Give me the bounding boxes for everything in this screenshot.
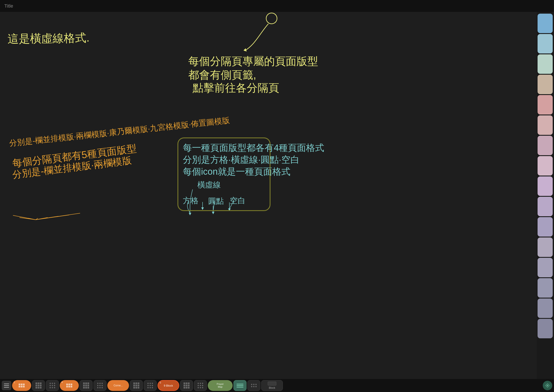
- sidebar-tab-2[interactable]: [538, 34, 553, 53]
- canvas-area: 這是橫虛線格式. 每個分隔頁專屬的頁面版型 都會有側頁籤, 點擊前往各分隔頁 分…: [0, 12, 537, 379]
- page-tab-3[interactable]: [46, 380, 59, 391]
- hw-text-1: 這是橫虛線格式.: [7, 30, 90, 47]
- hw-text-8: 每一種頁面版型都各有4種頁面格式: [183, 142, 324, 154]
- page-tab-12[interactable]: [234, 380, 247, 391]
- sidebar-tab-16[interactable]: [538, 319, 553, 338]
- sidebar-tab-15[interactable]: [538, 299, 553, 318]
- hw-text-空白: 空白: [230, 196, 245, 206]
- sidebar-tab-13[interactable]: [538, 258, 553, 277]
- page-tab-1[interactable]: 1: [12, 380, 31, 391]
- sidebar-tab-9[interactable]: [538, 176, 553, 196]
- title-bar: Title: [0, 0, 554, 12]
- hw-text-7: 分別是-欄並排模版·兩欄模版: [12, 154, 132, 181]
- hw-text-横虛線: 橫虛線: [197, 180, 221, 190]
- sidebar-tab-8[interactable]: [538, 156, 553, 175]
- page-tab-2[interactable]: [32, 380, 45, 391]
- page-num-9block: 9: [160, 381, 161, 384]
- svg-marker-1: [243, 48, 247, 51]
- page-label-prayer-map: PrayerMap: [217, 383, 223, 388]
- svg-point-18: [547, 385, 548, 386]
- svg-line-2: [13, 215, 36, 220]
- page-label-block: Block: [269, 386, 275, 389]
- annotations-svg: [0, 12, 537, 379]
- sidebar-tab-11[interactable]: [538, 217, 553, 237]
- page-tab-9block[interactable]: 9 9 Block: [158, 380, 179, 391]
- hw-text-3: 都會有側頁籤,: [188, 68, 256, 82]
- page-tab-11[interactable]: [194, 380, 207, 391]
- hamburger-line-2: [4, 385, 9, 386]
- svg-line-3: [20, 217, 36, 220]
- hw-text-6: 每個分隔頁都有5種頁面版型: [12, 142, 137, 170]
- sidebar-tab-1[interactable]: [538, 14, 553, 33]
- page-tab-13[interactable]: [247, 380, 260, 391]
- page-tab-4[interactable]: 4: [60, 380, 79, 391]
- bottom-toolbar: 1: [0, 379, 554, 392]
- svg-point-0: [266, 13, 277, 24]
- svg-line-4: [28, 218, 36, 220]
- sidebar-tab-5[interactable]: [538, 95, 553, 114]
- hw-text-2: 每個分隔頁專屬的頁面版型: [188, 54, 318, 69]
- hw-text-10: 每個icon就是一種頁面格式: [183, 166, 291, 178]
- app-title: Title: [4, 3, 13, 9]
- sidebar-tab-3[interactable]: [538, 54, 553, 74]
- hamburger-button[interactable]: [2, 381, 11, 390]
- hw-text-4: 點擊前往各分隔頁: [193, 81, 279, 95]
- page-tab-7[interactable]: [130, 380, 143, 391]
- sidebar-tab-7[interactable]: [538, 136, 553, 155]
- sidebar-tab-6[interactable]: [538, 115, 553, 135]
- hw-text-圓點: 圓點: [208, 196, 224, 206]
- annotation-box: [177, 137, 270, 211]
- page-label-cornell: Corne...: [114, 384, 123, 387]
- sidebar-tab-4[interactable]: [538, 75, 553, 94]
- page-tab-8[interactable]: [144, 380, 157, 391]
- page-label-9block: 9 Block: [164, 384, 173, 387]
- page-tab-10[interactable]: [180, 380, 193, 391]
- hw-text-5: 分別是-欄並排模版·兩欄模版·康乃爾模版·九宮格模版·佈置圖模版: [9, 115, 230, 149]
- page-num-1: 1: [14, 381, 15, 384]
- hw-text-9: 分別是方格·橫虛線·圓點·空白: [183, 154, 299, 166]
- page-tab-prayer-map[interactable]: PrayerMap: [208, 380, 233, 391]
- svg-line-6: [36, 217, 48, 220]
- settings-icon: [545, 383, 550, 388]
- svg-line-7: [36, 216, 58, 220]
- settings-button[interactable]: [543, 381, 552, 390]
- hamburger-line-3: [4, 387, 9, 388]
- page-tab-5[interactable]: [80, 380, 93, 391]
- svg-line-5: [36, 218, 38, 220]
- sidebar-tab-14[interactable]: [538, 278, 553, 298]
- svg-marker-13: [201, 207, 204, 210]
- svg-marker-17: [228, 209, 231, 211]
- sidebar-tab-10[interactable]: [538, 197, 553, 216]
- sidebar-tab-12[interactable]: [538, 238, 553, 257]
- page-num-4: 4: [62, 381, 63, 384]
- right-sidebar: [537, 12, 554, 379]
- page-tab-6[interactable]: [93, 380, 106, 391]
- page-tab-cornell[interactable]: Corne...: [107, 380, 129, 391]
- svg-line-8: [36, 215, 69, 220]
- hamburger-line-1: [4, 384, 9, 384]
- svg-marker-11: [189, 213, 191, 215]
- svg-marker-15: [212, 212, 215, 214]
- hw-text-方格: 方格: [183, 196, 198, 206]
- svg-line-9: [36, 213, 80, 220]
- page-tab-block[interactable]: Block: [261, 380, 283, 391]
